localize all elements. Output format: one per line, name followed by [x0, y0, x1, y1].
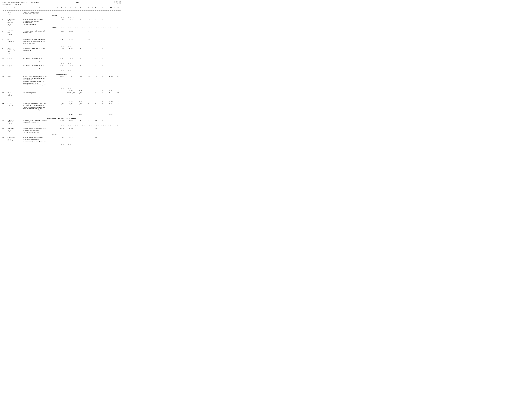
row-c6: 0,60-: [77, 92, 84, 97]
row-num: 7: [2, 30, 6, 35]
row-c4: 0,01: [59, 30, 65, 35]
row-c11: -: [115, 19, 121, 27]
unit-row: Т - - - - - - - - - - - - - - - - - - - …: [2, 61, 121, 65]
row-c9: -: [100, 48, 106, 54]
unit-row: М3 - - - - - - - - - - - - - - - - - - -…: [2, 44, 121, 48]
unit-label: Т: [21, 61, 57, 65]
row-c5: 321,00: [66, 65, 75, 68]
col-sep-5: :: [75, 6, 76, 10]
col-sep-3: :: [57, 6, 58, 10]
row-c9: -: [100, 30, 106, 35]
row-c9: 17: [100, 76, 106, 86]
row-code: С140-0232ССЦ Т.1П.2-12: [7, 120, 21, 125]
row-c7: 3: [86, 65, 92, 68]
row-num: 12: [2, 76, 6, 86]
row-c10: -: [108, 48, 114, 54]
row-code: СССЦТ.1П.9-92: [7, 39, 21, 44]
column-header-bar: 1 : 2 : 3 : 4 : 5 : 6 : 7 : 8 : 9 :° 10 …: [2, 6, 121, 11]
sub-c9: 1: [100, 114, 106, 115]
unit-row: - - - - - - - - - - - - - - - - - - - - …: [2, 142, 121, 145]
row-c6: -: [77, 30, 84, 35]
row-num: 9: [2, 48, 6, 54]
row-c5: 21,90: [66, 30, 75, 35]
row-code: С140-0224ССЦТ.1П.2-2: [7, 30, 21, 35]
unit-row: Т - - - - - - - - - - - - - - - - - - - …: [2, 68, 121, 71]
unit-row: М3 - - - - - - - - - - - - - - - - - - -…: [2, 125, 121, 128]
row-c4: [59, 12, 65, 15]
row-c11: 2: [115, 103, 121, 110]
sub-c8: [93, 101, 98, 103]
row-c7: 1: [86, 48, 92, 54]
row-c5: 23,50: [66, 120, 75, 125]
sub-c10: 0,26-: [108, 101, 114, 103]
row-c7: -: [86, 128, 92, 133]
sub-c11: 1: [115, 114, 121, 115]
table-row: 11 СТО ХЕП.6 +ТО ЖЕ ИЗ СТАЛИ КЛАССА ВР-1…: [2, 65, 121, 68]
row-code: ЕО-769-3: [7, 76, 21, 86]
row-c11: -: [115, 39, 121, 44]
row-c9: -: [100, 137, 106, 142]
row-c9: 3: [100, 103, 106, 110]
row-c11: -: [115, 65, 121, 68]
row-c11: -: [115, 12, 121, 15]
row-c7: 26: [86, 39, 92, 44]
table-row: 8 СССЦТ.1П.9-92 +СТОИМОСТЬ СБОРНЫХ ПЕРЕМ…: [2, 39, 121, 44]
unit-label: Т: [21, 68, 57, 71]
header-right: 24866-11 30179: [114, 1, 121, 4]
col-h-3: 3: [23, 6, 57, 10]
unit-row: КГ - - - - - - - - - - - - - - - - - - -…: [2, 54, 121, 58]
sub-c11: 4: [115, 101, 121, 103]
row-c11: -: [115, 120, 121, 125]
row-c11: -: [115, 128, 121, 133]
row-desc: +РАСТВОР ЦЕМЕНТНЫЙ КЛАДОЧНЫЙТЯЖЕЛЫЙ М50: [23, 30, 57, 35]
row-c7: 51-: [86, 92, 92, 97]
row-c8: -: [93, 58, 98, 61]
unit-label: 1000ШТ: [2, 27, 57, 30]
table-row: 13 ЕО-769-3К090.0.9 +ТО ЖЕ ТОЛЩ.770МВ - …: [2, 92, 121, 97]
unit-row: 1000ШТ - - - - - - - - - - - - - - - - -…: [2, 15, 121, 19]
unit-row: 1000ШТ - - - - - - - - - - - - - - - - -…: [2, 27, 121, 30]
row-desc: +КИРПИЧ ЛИЦЕВОЙ ПОЛУСУХО°ОПРЕССОВАНИЯ,РА…: [23, 137, 57, 142]
row-c10: -: [108, 12, 114, 15]
row-num: 8: [2, 39, 6, 44]
materials-table: 15 С140-0232ССЦ Т.1П.2-12 +РАСТВОР ЦЕМЕН…: [2, 120, 121, 148]
unit-label: М3: [21, 97, 57, 101]
main-table: ТО ХЕП.6-1 РАЗМЕРОМ 250Х120Х65ЧМГОСТ330-…: [2, 12, 121, 72]
sub-c9: 5: [100, 90, 106, 92]
dashed-line-row: - - - - - - - - - - - - - - - - - - - - …: [58, 15, 121, 18]
col-h-5: 5: [66, 6, 75, 10]
sub-c8: [93, 90, 98, 92]
row-c8: -: [93, 48, 98, 54]
table-row: ТО ХЕП.6-1 РАЗМЕРОМ 250Х120Х65ЧМГОСТ330-…: [2, 12, 121, 15]
row-c8: -: [93, 30, 98, 35]
sub-c6: 0,22: [77, 90, 84, 92]
row-c4: 22,42: [59, 76, 65, 86]
row-desc: + УКЛАДКА ПЕРЕМЫЧЕК МАССОЙ ОТ -0,3 ДО 0,…: [23, 103, 57, 110]
row-c9: -: [100, 65, 106, 68]
row-c10: -: [108, 58, 114, 61]
sub-c5: 2,29: [66, 101, 75, 103]
table-row: 17 С140-11463ПР-КТ04-13-01 +КИРПИЧ ЛИЦЕВ…: [2, 137, 121, 142]
row-c10: -: [108, 19, 114, 27]
col-h-7: 7: [86, 6, 92, 10]
row-c4: 0,41: [59, 39, 65, 44]
row-c8: -: [93, 65, 98, 68]
row-c4: 0,00: [59, 120, 65, 125]
unit-label: М3: [21, 35, 57, 39]
unit-row: 1000ШТ - - - - - - - - - - - - - - - - -…: [2, 133, 121, 137]
sub-c4: [59, 114, 65, 115]
row-c8: 1-: [93, 103, 98, 110]
col-h-1: 1: [2, 6, 6, 10]
row-c10: 4,49-: [108, 76, 114, 86]
row-c4: 3,75: [59, 19, 65, 27]
col-sep-7: :: [92, 6, 93, 10]
unit-label: 1000ШТ: [2, 15, 57, 19]
sub-c4: -: [59, 90, 65, 92]
sub-c7: -: [86, 90, 92, 92]
row-c4: 4,06: [59, 137, 65, 142]
header-sub: аА 9ç 3: [15, 3, 21, 5]
row-desc: +ТО ЖЕ ИЗ СТАЛИ КЛАССА АТ5: [23, 58, 57, 61]
row-c10: 4,04-: [108, 92, 114, 97]
footer-row: •: [2, 146, 121, 148]
row-c8: 209: [93, 120, 98, 125]
